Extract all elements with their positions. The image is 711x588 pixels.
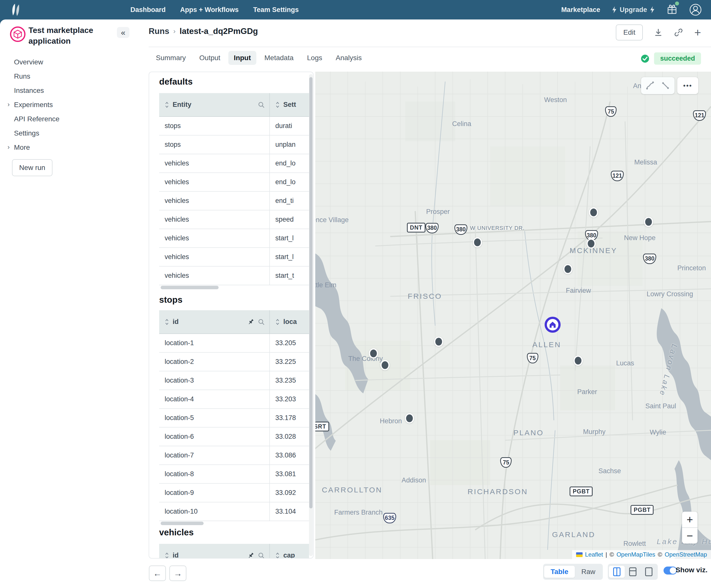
stop-marker[interactable] [644, 217, 653, 227]
route-toggle-icon[interactable] [646, 81, 654, 90]
sidebar-item[interactable]: › Overview [0, 55, 139, 69]
stop-marker[interactable] [573, 356, 583, 366]
pin-icon[interactable] [247, 552, 254, 559]
breadcrumb-runs[interactable]: Runs [149, 26, 169, 36]
depot-marker[interactable] [545, 317, 561, 333]
sidebar-item[interactable]: › API Reference [0, 112, 139, 126]
sidebar-collapse-button[interactable]: « [117, 27, 129, 38]
stops-table-header: id [159, 310, 309, 334]
sort-icon[interactable] [165, 101, 169, 109]
stops-col-location[interactable]: loca [270, 310, 309, 334]
prev-page-button[interactable]: ← [149, 566, 166, 581]
openstreetmap-link[interactable]: OpenStreetMap [665, 551, 707, 558]
split-vertical-button[interactable] [609, 566, 625, 578]
openmaptiles-link[interactable]: OpenMapTiles [617, 551, 655, 558]
stops-title: stops [159, 295, 182, 305]
new-run-button[interactable]: New run [12, 159, 52, 176]
next-page-button[interactable]: → [169, 566, 186, 581]
download-button[interactable] [654, 28, 663, 37]
vertical-scrollbar[interactable] [309, 74, 313, 556]
upgrade-button[interactable]: Upgrade [611, 6, 655, 14]
zoom-out-button[interactable]: − [682, 528, 697, 544]
search-icon[interactable] [258, 318, 265, 325]
defaults-table-row: stops durati [159, 117, 309, 136]
defaults-col-setting[interactable]: Sett [270, 93, 309, 116]
stop-marker[interactable] [434, 336, 444, 347]
tab[interactable]: Input [228, 51, 256, 65]
stops-col-id[interactable]: id [159, 310, 270, 334]
sidebar-item[interactable]: › More [0, 140, 139, 155]
single-pane-button[interactable] [641, 566, 657, 578]
road-badge: SRT [315, 422, 329, 431]
single-pane-icon [645, 567, 652, 576]
split-vertical-icon [613, 567, 621, 576]
stop-marker[interactable] [369, 348, 378, 358]
sort-icon[interactable] [275, 101, 280, 109]
tab[interactable]: Logs [302, 51, 328, 65]
toggle-knob [670, 567, 676, 574]
account-button[interactable] [689, 3, 702, 16]
sidebar-item[interactable]: › Runs [0, 69, 139, 83]
horizontal-scrollbar[interactable] [160, 522, 203, 525]
stop-marker[interactable] [589, 207, 598, 218]
search-icon[interactable] [258, 552, 265, 559]
sort-icon[interactable] [165, 552, 169, 559]
vehicles-col-id[interactable]: id [159, 544, 270, 559]
map-more-button[interactable]: ••• [677, 77, 698, 94]
brand-logo-icon[interactable] [10, 3, 22, 18]
nav-link[interactable]: Apps + Workflows [180, 6, 239, 14]
nav-link-marketplace[interactable]: Marketplace [561, 6, 600, 14]
map-tiles [315, 72, 711, 559]
split-horizontal-button[interactable] [625, 566, 641, 578]
road-badge: PGBT [630, 505, 653, 515]
vehicles-col-capacity[interactable]: cap [270, 544, 309, 559]
tab[interactable]: Output [194, 51, 226, 65]
attribution-separator: | [606, 551, 607, 558]
segment-toggle-icon[interactable] [661, 81, 670, 90]
copy-link-button[interactable] [674, 28, 683, 37]
pin-icon[interactable] [247, 318, 254, 325]
split-horizontal-icon [629, 567, 637, 576]
nav-link[interactable]: Team Settings [253, 6, 299, 14]
tab[interactable]: Metadata [259, 51, 299, 65]
stops-table-row: location-1 33.205 [159, 334, 309, 353]
sidebar-item[interactable]: › Experiments [0, 97, 139, 112]
stop-marker[interactable] [473, 237, 482, 247]
stop-marker[interactable] [563, 264, 572, 274]
tab[interactable]: Analysis [330, 51, 367, 65]
sidebar-item[interactable]: › Settings [0, 126, 139, 140]
sidebar-item[interactable]: › Instances [0, 83, 139, 97]
stop-marker[interactable] [405, 413, 414, 423]
scrollbar-thumb[interactable] [309, 77, 313, 508]
tab[interactable]: Summary [150, 51, 191, 65]
defaults-table-row: vehicles end_lo [159, 154, 309, 173]
show-viz-toggle[interactable] [664, 567, 677, 574]
stops-table-row: location-9 33.092 [159, 484, 309, 502]
sort-icon[interactable] [275, 318, 280, 326]
table-view-button[interactable]: Table [544, 566, 575, 578]
stops-table-row: location-3 33.235 [159, 371, 309, 390]
gift-button[interactable] [667, 3, 677, 16]
edit-button[interactable]: Edit [616, 24, 643, 41]
stops-table-row: location-8 33.081 [159, 465, 309, 484]
stop-marker[interactable] [587, 239, 596, 249]
defaults-table-row: vehicles start_t [159, 267, 309, 285]
sort-icon[interactable] [275, 552, 280, 559]
leaflet-link[interactable]: Leaflet [585, 551, 603, 558]
link-icon [674, 28, 683, 37]
stops-table-row: location-7 33.086 [159, 446, 309, 465]
sort-icon[interactable] [165, 318, 169, 326]
stop-marker[interactable] [380, 360, 389, 370]
defaults-table-row: vehicles start_l [159, 248, 309, 267]
chevron-right-icon: › [7, 143, 10, 151]
raw-view-button[interactable]: Raw [575, 566, 602, 578]
search-icon[interactable] [258, 101, 265, 108]
nav-link[interactable]: Dashboard [130, 6, 166, 14]
defaults-table-header: Entity Sett [159, 93, 309, 117]
defaults-col-entity[interactable]: Entity [159, 93, 270, 116]
map-canvas[interactable]: CelinaWestonAnnaMelissaProsperence Villa… [315, 72, 711, 559]
zoom-in-button[interactable]: + [682, 512, 697, 528]
add-button[interactable]: + [694, 27, 701, 38]
notification-dot [675, 1, 679, 5]
horizontal-scrollbar[interactable] [160, 286, 219, 289]
